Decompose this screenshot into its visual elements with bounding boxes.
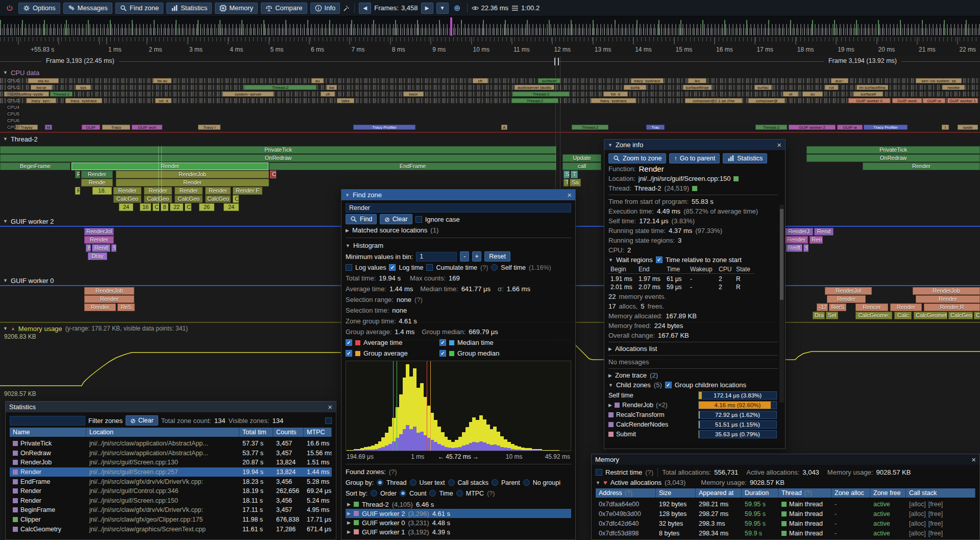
stats-table-row[interactable]: PrivateTickjni/../jni/src/claw/applicati… (10, 439, 332, 449)
child-zone-row[interactable]: Self time172.14 μs (3.83%) (608, 390, 778, 400)
child-zone-row[interactable]: ▶RenderJob(×2)4.16 ms (92.60%) (608, 400, 778, 410)
frame-label[interactable]: Frame 3,194 (13.92 ms) (824, 57, 901, 64)
cpu-zone[interactable]: su (802, 91, 823, 97)
cpu-zone[interactable]: Tracy Profiler (353, 125, 415, 130)
cpu-zone[interactable]: tracy_systrace (65, 98, 102, 103)
timeline-zone[interactable]: CalcGeomet (914, 312, 947, 319)
column-header[interactable]: Location (86, 428, 239, 437)
time-relative-checkbox[interactable] (656, 256, 663, 263)
collapse-icon[interactable]: ▼ (3, 326, 8, 331)
timeline-zone[interactable]: Render (116, 179, 269, 186)
timeline-zone[interactable]: Sel (826, 312, 838, 319)
timeline-zone[interactable]: Rend (814, 228, 834, 236)
column-header[interactable]: Size (656, 488, 696, 498)
timeline-zone[interactable]: RenderJol (825, 287, 872, 295)
timeline-zone[interactable]: BeginFrame (0, 162, 70, 170)
statistics-titlebar[interactable]: Statistics × (6, 402, 336, 412)
cpu-zone[interactable]: GUIF worker 1 (947, 98, 978, 103)
child-zones-toggle[interactable]: ▼ Child zones (5) Group children locatio… (608, 381, 778, 389)
stats-table-row[interactable]: BeginFramejni/../jni/src/claw/gfx/drv/vk… (10, 505, 332, 515)
child-zone-row[interactable]: CalcRenderNodes51.51 μs (1.15%) (608, 419, 778, 429)
stats-table-row[interactable]: CalcGeometryjni/../jni/src/claw/graphics… (10, 524, 332, 534)
timeline-zone[interactable]: Render (71, 162, 268, 170)
sort-by-radio[interactable] (371, 490, 377, 497)
timeline-zone[interactable]: CalcGeome: (855, 312, 892, 319)
close-icon[interactable]: × (971, 456, 976, 463)
timeline-zone[interactable]: CalcGeo (175, 195, 203, 203)
cpu-zone[interactable]: tracy_systrace (631, 78, 664, 83)
stats-table-row[interactable]: RenderJobjni/../jni/src/guif/Screen.cpp:… (10, 458, 332, 467)
reset-button[interactable]: Reset (484, 251, 510, 262)
info-button[interactable]: Info (310, 3, 340, 14)
timeline-zone[interactable]: Sa (570, 179, 581, 186)
timeline-zone[interactable]: CalcGeo (205, 195, 231, 203)
cpu-zone[interactable]: tracy_syn~ (27, 98, 56, 103)
time-ruler[interactable]: +55.83 s1 ms2 ms3 ms4 ms5 ms6 ms7 ms8 ms… (0, 37, 980, 56)
prev-frame-button[interactable]: ◀ (359, 3, 371, 14)
self-time-radio[interactable] (491, 264, 498, 271)
average-time-checkbox[interactable] (346, 339, 352, 346)
cpu-zone[interactable]: GUIF-work (892, 98, 922, 103)
timeline-zone[interactable]: C (185, 203, 191, 211)
timeline-zone[interactable]: Render (81, 171, 113, 178)
allocations-list-toggle[interactable]: ▶Allocations list (608, 344, 778, 353)
timeline-zone[interactable]: 18. (92, 187, 112, 195)
cpu-zone[interactable]: Tracy Profiler (864, 125, 908, 130)
memory-table-row[interactable]: 0x7dfc53d8988 bytes298.34 ms59.9 sMain t… (596, 528, 975, 538)
thread-header[interactable]: ▼GUIF worker 0 (3, 276, 54, 285)
active-allocations-toggle[interactable]: ▼ ♥ Active allocations (3,043) Memory us… (596, 478, 975, 487)
cpu-zone[interactable]: kw (327, 85, 337, 90)
column-header[interactable]: Wakeup (688, 265, 717, 274)
column-header[interactable]: MTPC (304, 428, 332, 437)
timeline-zone[interactable]: 9 (111, 244, 116, 252)
timeline-zone[interactable]: 24 (119, 203, 133, 211)
cpu-zone[interactable]: composer@ (748, 98, 785, 103)
log-values-checkbox[interactable] (346, 264, 352, 271)
cpu-zone[interactable]: Tracy I (198, 125, 220, 130)
timeline-zone[interactable]: Rerff. (786, 244, 802, 252)
column-header[interactable]: Call stack (906, 488, 975, 498)
statistics-option-checkbox[interactable] (325, 417, 332, 424)
timeline-zone[interactable]: F (75, 187, 80, 195)
cpu-zone[interactable]: surfac (754, 85, 772, 90)
column-header[interactable]: Duration (742, 488, 778, 498)
close-icon[interactable]: × (328, 403, 332, 411)
timeline-zone[interactable]: Render R (924, 303, 980, 311)
timeline-zone[interactable]: -17 (817, 303, 828, 311)
stats-table-row[interactable]: Renderjni/../jni/src/guif/Screen.cpp:257… (10, 467, 332, 477)
cpu-zone[interactable]: fot_d (603, 91, 628, 97)
timeline-zone[interactable]: 8 (86, 244, 91, 252)
statistics-button[interactable]: Statistics (166, 3, 212, 14)
memory-usage-header[interactable]: ▼ ▲ Memory usage (y-range: 178.27 KB, vi… (3, 324, 188, 333)
memory-button[interactable]: Memory (215, 3, 258, 14)
column-header[interactable]: CPU (717, 265, 734, 274)
sort-by-radio[interactable] (456, 490, 463, 497)
median-time-checkbox[interactable] (439, 339, 446, 346)
timeline-zone[interactable]: C (233, 195, 239, 203)
cpu-zone[interactable]: lgiks (337, 98, 354, 103)
found-zone-group-row[interactable]: ▶Thread-2(4,105)6.46 s (346, 500, 571, 509)
frames-overview[interactable] (0, 16, 980, 37)
cumulate-time-checkbox[interactable] (426, 264, 433, 271)
next-frame-button[interactable]: ▶ (421, 3, 433, 14)
frame-label[interactable]: Frame 3,193 (22.45 ms) (41, 57, 119, 64)
found-zone-group-row[interactable]: ▶GUIF worker 2(3,296)4.61 s (346, 509, 571, 518)
findzone-button[interactable]: Find zone (115, 3, 163, 14)
timeline-zone[interactable]: PrivateTick (806, 146, 980, 154)
collapse-icon[interactable]: ▼ (596, 480, 600, 485)
zone-info-scrollbar[interactable] (779, 205, 784, 403)
timeline-zone[interactable]: 9 (803, 244, 808, 252)
zone-thread[interactable]: Thread-2 (634, 184, 662, 192)
timeline-zone[interactable]: Render (84, 295, 134, 303)
child-zone-row[interactable]: Submit35.63 μs (0.79%) (608, 429, 778, 439)
timeline-zone[interactable]: 16 (140, 203, 151, 211)
collapse-icon[interactable]: ▼ (346, 243, 350, 248)
timeline-zone[interactable]: PrivateTick (0, 146, 556, 154)
timeline-zone[interactable]: RenderJol (84, 228, 114, 236)
timeline-zone[interactable]: Render (827, 295, 866, 303)
timeline-zone[interactable]: Render F (233, 187, 262, 195)
stats-table-row[interactable]: Renderjni/../jni/src/guif/Control.cpp:34… (10, 486, 332, 496)
cpu-zone[interactable]: surfacef (538, 78, 560, 83)
restrict-time-checkbox[interactable] (596, 469, 602, 476)
cpu-zone[interactable]: system~server (223, 91, 274, 97)
